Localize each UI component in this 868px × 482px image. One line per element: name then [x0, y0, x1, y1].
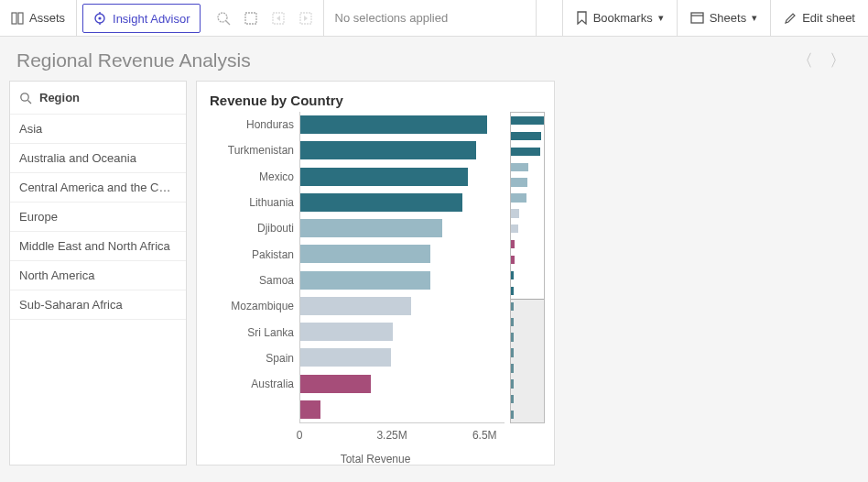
filter-item[interactable]: Central America and the Cari...	[10, 173, 186, 203]
minimap-bar	[511, 256, 515, 264]
selections-status: No selections applied	[324, 0, 460, 36]
minimap-bar	[511, 163, 528, 171]
bar[interactable]	[300, 245, 430, 263]
filter-item[interactable]: North America	[10, 261, 186, 290]
svg-point-6	[218, 13, 227, 22]
chart-body: HondurasTurkmenistanMexicoLithuaniaDjibo…	[206, 112, 545, 423]
bar[interactable]	[300, 375, 371, 393]
minimap-bar	[511, 148, 540, 156]
y-tick-label: Mozambique	[206, 293, 299, 319]
y-axis-labels: HondurasTurkmenistanMexicoLithuaniaDjibo…	[206, 112, 299, 423]
next-sheet-button[interactable]: 〉	[830, 49, 846, 71]
y-tick-label: Sri Lanka	[206, 320, 299, 345]
svg-line-18	[28, 100, 32, 104]
filter-pane: Region AsiaAustralia and OceaniaCentral …	[9, 81, 187, 466]
y-tick-label: Spain	[206, 345, 299, 371]
insight-icon	[92, 11, 107, 26]
bar[interactable]	[300, 400, 320, 419]
bar[interactable]	[300, 168, 468, 186]
bar[interactable]	[300, 115, 487, 134]
bar[interactable]	[300, 323, 393, 341]
chevron-down-icon: ▾	[752, 12, 757, 24]
y-tick-label: Lithuania	[206, 190, 299, 215]
bar[interactable]	[300, 297, 411, 315]
svg-rect-15	[691, 13, 703, 23]
svg-rect-8	[245, 13, 256, 24]
search-icon	[19, 92, 32, 104]
minimap-bar	[511, 240, 515, 248]
filter-item[interactable]: Middle East and North Africa	[10, 232, 186, 261]
main-area: Region AsiaAustralia and OceaniaCentral …	[0, 81, 868, 478]
bar[interactable]	[300, 271, 430, 290]
grid-view-button[interactable]	[536, 0, 562, 36]
filter-item[interactable]: Europe	[10, 203, 186, 232]
assets-icon	[11, 12, 24, 25]
minimap-bar	[511, 116, 544, 125]
y-tick-label: Pakistan	[206, 242, 299, 268]
filter-item[interactable]: Sub-Saharan Africa	[10, 290, 186, 320]
bar[interactable]	[300, 348, 391, 367]
x-axis: 03.25M6.5M	[299, 423, 505, 436]
x-tick-label: 6.5M	[472, 429, 497, 442]
selection-tools	[206, 0, 324, 36]
assets-button[interactable]: Assets	[0, 0, 77, 36]
svg-point-17	[21, 93, 28, 100]
chart-bars[interactable]	[299, 112, 505, 423]
minimap-viewport[interactable]	[511, 299, 544, 422]
chart-minimap[interactable]	[510, 112, 545, 423]
x-tick-label: 0	[297, 429, 303, 442]
y-tick-label: Australia	[206, 371, 299, 397]
sheet-title-row: Regional Revenue Analysis 〈 〉	[0, 37, 868, 81]
chart-panel: Revenue by Country HondurasTurkmenistanM…	[196, 81, 555, 466]
bookmarks-button[interactable]: Bookmarks ▾	[562, 0, 677, 36]
minimap-bar	[511, 225, 518, 233]
chart-title: Revenue by Country	[206, 93, 545, 108]
minimap-bar	[511, 271, 514, 279]
svg-rect-0	[12, 13, 16, 24]
svg-rect-1	[18, 13, 23, 24]
minimap-bar	[511, 209, 519, 217]
minimap-bar	[511, 178, 527, 186]
insight-advisor-button[interactable]: Insight Advisor	[82, 4, 201, 33]
step-forward-icon	[298, 10, 314, 27]
minimap-bar	[511, 132, 541, 140]
step-back-icon	[270, 10, 287, 27]
sheets-button[interactable]: Sheets ▾	[677, 0, 770, 36]
y-tick-label	[206, 398, 299, 423]
page-title: Regional Revenue Analysis	[16, 49, 251, 71]
filter-header-label: Region	[39, 91, 80, 104]
minimap-bar	[511, 287, 514, 295]
insight-label: Insight Advisor	[113, 12, 190, 26]
smart-search-icon[interactable]	[215, 10, 232, 27]
edit-label: Edit sheet	[802, 11, 855, 25]
assets-label: Assets	[29, 11, 65, 25]
y-tick-label: Samoa	[206, 268, 299, 293]
y-tick-label: Mexico	[206, 164, 299, 190]
filter-header[interactable]: Region	[10, 82, 186, 115]
selections-tool-icon[interactable]	[243, 10, 259, 27]
x-axis-label: Total Revenue	[206, 453, 545, 466]
minimap-bar	[511, 193, 526, 202]
prev-sheet-button[interactable]: 〈	[797, 49, 813, 71]
edit-sheet-button[interactable]: Edit sheet	[770, 0, 868, 36]
y-tick-label: Honduras	[206, 112, 299, 137]
filter-item[interactable]: Australia and Oceania	[10, 144, 186, 173]
y-tick-label: Djibouti	[206, 215, 299, 241]
y-tick-label: Turkmenistan	[206, 137, 299, 163]
sheet-nav: 〈 〉	[797, 49, 852, 71]
sheets-label: Sheets	[710, 11, 746, 25]
sheets-icon	[690, 12, 704, 24]
chevron-down-icon: ▾	[658, 12, 664, 24]
pencil-icon	[784, 12, 797, 25]
bookmarks-label: Bookmarks	[593, 11, 653, 25]
bar[interactable]	[300, 141, 476, 159]
svg-line-7	[226, 21, 230, 25]
filter-item[interactable]: Asia	[10, 115, 186, 144]
bookmark-icon	[576, 11, 588, 25]
top-toolbar: Assets Insight Advisor No selections app…	[0, 0, 868, 37]
bar[interactable]	[300, 193, 462, 212]
x-tick-label: 3.25M	[376, 429, 407, 442]
bar[interactable]	[300, 219, 442, 237]
svg-point-3	[98, 16, 101, 19]
